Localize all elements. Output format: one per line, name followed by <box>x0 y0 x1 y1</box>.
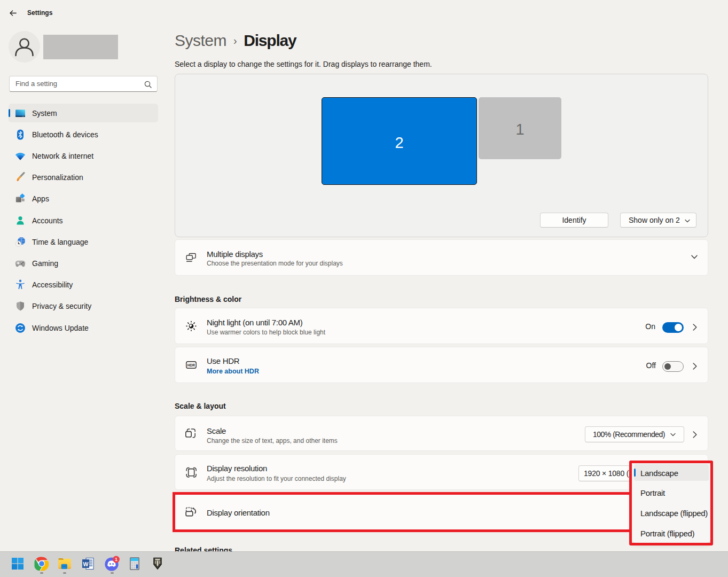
svg-text:1: 1 <box>115 556 118 562</box>
svg-text:HDR: HDR <box>187 363 195 367</box>
svg-text:W: W <box>83 560 89 567</box>
